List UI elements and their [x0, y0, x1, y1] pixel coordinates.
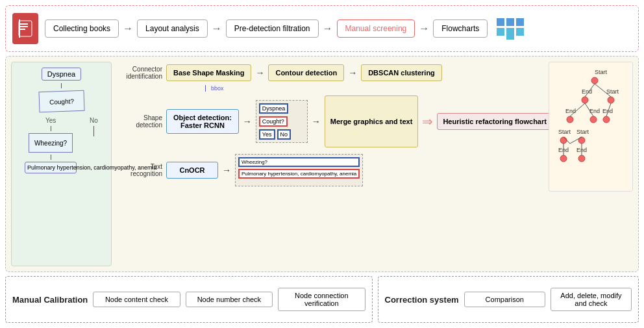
manual-calibration-title: Manual Calibration [12, 295, 88, 305]
add-delete-modify-box: Add, delete, modify and check [551, 288, 632, 311]
manual-calibration-section: Manual Calibration Node content check No… [5, 276, 373, 323]
svg-text:End: End [565, 108, 576, 114]
label-shape: Shape detection [117, 114, 162, 129]
detection-preview: Dyspnea Cought? Yes No [256, 100, 308, 143]
svg-point-14 [567, 116, 573, 123]
arrow-4: → [415, 23, 433, 34]
contour-detection: Contour detection [268, 64, 344, 81]
svg-text:Start: Start [595, 69, 608, 75]
pipeline-row: Collecting books → Layout analysis → Pre… [5, 5, 639, 52]
svg-point-27 [560, 155, 567, 162]
bbox-label: bbox [211, 85, 224, 92]
text-detection-preview: Wheezing? Pulmonary hypertension, cardio… [235, 154, 363, 186]
node-connection-verification: Node connection verification [278, 288, 365, 311]
big-right-arrow: ⇒ [422, 114, 433, 129]
object-detection-box: Object detection: Faster RCNN [166, 109, 239, 134]
dyspnea-node: Dyspnea [42, 68, 81, 81]
svg-point-18 [603, 116, 610, 123]
step-pre-detection: Pre-detection filtration [226, 19, 319, 38]
arrow-r2-2: → [312, 116, 321, 127]
det-no: No [277, 129, 291, 140]
dbscan-clustering: DBSCAN clustering [361, 64, 442, 81]
det-cought: Cought? [259, 116, 288, 127]
arrow-2: → [208, 23, 226, 34]
arrow-1: → [119, 23, 137, 34]
base-shape-masking: Base Shape Masking [166, 64, 251, 81]
arrow-r3: → [222, 165, 231, 175]
det-dyspnea: Dyspnea [259, 103, 289, 114]
step-layout-analysis: Layout analysis [137, 19, 208, 38]
svg-point-16 [590, 116, 597, 123]
tree-svg: Start End Start End End End [549, 62, 634, 192]
arrow-3: → [319, 23, 337, 34]
svg-point-29 [578, 155, 585, 162]
middle-section: Dyspnea Cought? Yes Wheezing? Pulmonary … [5, 56, 639, 272]
label-connector: Connector identification [117, 66, 162, 80]
node-content-check: Node content check [93, 292, 180, 307]
arrow-r2: → [243, 116, 252, 127]
svg-point-10 [608, 97, 614, 103]
correction-system-title: Correction system [385, 295, 459, 305]
svg-rect-3 [20, 29, 25, 30]
det-yes: Yes [259, 129, 275, 140]
td-wheezing: Wheezing? [238, 157, 360, 167]
svg-text:Start: Start [558, 129, 571, 135]
left-flowchart: Dyspnea Cought? Yes Wheezing? Pulmonary … [11, 62, 112, 266]
step-flowcharts: Flowcharts [433, 19, 488, 38]
cnocr-box: CnOCR [166, 162, 218, 179]
diagnosis-box: Pulmonary hypertension, cardiomyopathy, … [25, 162, 77, 173]
arrow-r1-2: → [348, 68, 357, 78]
svg-rect-2 [20, 26, 28, 27]
comparison-box: Comparison [464, 292, 545, 307]
merge-box: Merge graphics and text [325, 95, 419, 147]
arrow-r1-1: → [255, 68, 264, 78]
wheezing-diamond: Wheezing? [29, 133, 73, 153]
heuristic-box: Heuristic refactoring flowchart [437, 113, 552, 130]
step-collecting-books: Collecting books [45, 19, 119, 38]
cought-diamond: Cought? [38, 90, 84, 112]
main-container: Collecting books → Layout analysis → Pre… [0, 0, 644, 328]
step-manual-screening: Manual screening [337, 19, 415, 38]
svg-point-23 [560, 137, 567, 144]
td-pulmonary: Pulmonary hypertension, cardiomyopathy, … [238, 169, 360, 179]
processing-area: Connector identification Base Shape Mask… [117, 62, 633, 266]
svg-rect-1 [20, 23, 28, 25]
bottom-section: Manual Calibration Node content check No… [5, 276, 639, 323]
svg-point-8 [582, 97, 588, 103]
label-text: Text recognition [117, 163, 162, 177]
correction-system-section: Correction system Comparison Add, delete… [378, 276, 639, 323]
svg-text:End: End [589, 108, 600, 114]
flowchart-icon [497, 18, 524, 40]
right-tree-area: Start End Start End End End [549, 62, 633, 192]
svg-text:Start: Start [576, 129, 589, 135]
svg-text:Start: Start [606, 88, 619, 95]
node-number-check: Node number check [186, 292, 273, 307]
book-icon [12, 13, 38, 44]
svg-point-6 [591, 77, 598, 84]
